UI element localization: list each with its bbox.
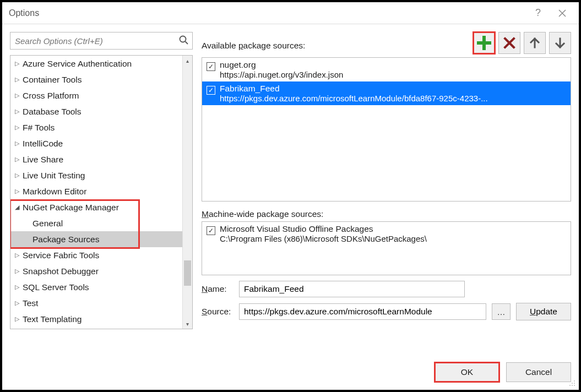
available-sources-list[interactable]: ✓ nuget.org https://api.nuget.org/v3/ind… xyxy=(202,57,571,202)
source-row-nuget-org[interactable]: ✓ nuget.org https://api.nuget.org/v3/ind… xyxy=(202,58,571,81)
search-icon xyxy=(178,35,189,47)
move-up-button[interactable] xyxy=(524,32,546,54)
source-url: https://api.nuget.org/v3/index.json xyxy=(220,70,567,79)
options-tree-container: ▷Azure Service Authentication ▷Container… xyxy=(10,55,193,329)
source-name: nuget.org xyxy=(220,60,567,70)
tree-item-text-templating[interactable]: ▷Text Templating xyxy=(10,311,182,327)
expand-icon: ▷ xyxy=(13,108,21,115)
down-icon xyxy=(554,37,566,49)
tree-item-database-tools[interactable]: ▷Database Tools xyxy=(10,104,182,119)
source-checkbox[interactable]: ✓ xyxy=(207,226,215,235)
scroll-down-icon[interactable]: ▾ xyxy=(183,319,192,329)
svg-point-5 xyxy=(572,385,573,386)
search-input[interactable] xyxy=(10,32,193,50)
delete-icon xyxy=(502,36,517,50)
source-label: Source: xyxy=(202,307,234,317)
expand-icon: ▷ xyxy=(13,300,21,307)
svg-point-0 xyxy=(180,36,186,42)
expand-icon: ▷ xyxy=(13,315,21,323)
expand-icon: ▷ xyxy=(13,76,21,83)
expand-icon: ▷ xyxy=(13,124,21,131)
move-down-button[interactable] xyxy=(549,32,571,54)
source-input[interactable] xyxy=(239,303,486,320)
expand-icon: ▷ xyxy=(13,284,21,291)
source-row-vs-offline[interactable]: ✓ Microsoft Visual Studio Offline Packag… xyxy=(202,222,571,246)
expand-icon: ▷ xyxy=(13,252,21,259)
source-name: Microsoft Visual Studio Offline Packages xyxy=(220,224,567,234)
svg-point-6 xyxy=(574,385,575,386)
tree-item-azure-service-authentication[interactable]: ▷Azure Service Authentication xyxy=(10,56,182,72)
svg-point-1 xyxy=(574,380,575,382)
expand-icon: ▷ xyxy=(13,188,21,195)
options-tree[interactable]: ▷Azure Service Authentication ▷Container… xyxy=(10,56,182,329)
tree-item-fsharp-tools[interactable]: ▷F# Tools xyxy=(10,119,182,135)
available-sources-label: Available package sources: xyxy=(202,32,473,51)
tree-item-snapshot-debugger[interactable]: ▷Snapshot Debugger xyxy=(10,263,182,279)
add-source-button[interactable] xyxy=(473,32,495,54)
collapse-icon: ◢ xyxy=(13,204,21,211)
tree-item-sql-server-tools[interactable]: ▷SQL Server Tools xyxy=(10,279,182,295)
name-input[interactable] xyxy=(239,281,465,297)
tree-item-intellicode[interactable]: ▷IntelliCode xyxy=(10,135,182,151)
svg-point-2 xyxy=(572,383,573,384)
source-checkbox[interactable]: ✓ xyxy=(207,86,215,95)
search-options xyxy=(10,32,193,50)
up-icon xyxy=(529,37,541,49)
close-button[interactable] xyxy=(550,3,574,24)
titlebar: Options ? xyxy=(2,2,579,24)
machine-wide-sources-list[interactable]: ✓ Microsoft Visual Studio Offline Packag… xyxy=(202,221,571,275)
expand-icon: ▷ xyxy=(13,268,21,275)
tree-scrollbar[interactable]: ▴ ▾ xyxy=(182,56,192,329)
source-url: https://pkgs.dev.azure.com/microsoftLear… xyxy=(220,94,567,103)
svg-point-4 xyxy=(569,385,571,386)
tree-item-nuget-package-manager[interactable]: ◢NuGet Package Manager xyxy=(10,199,182,215)
expand-icon: ▷ xyxy=(13,140,21,147)
machine-wide-sources-label: Machine-wide package sources: xyxy=(202,209,571,219)
name-label: Name: xyxy=(202,284,234,294)
remove-source-button[interactable] xyxy=(498,32,520,54)
tree-item-container-tools[interactable]: ▷Container Tools xyxy=(10,72,182,88)
svg-point-3 xyxy=(574,383,575,384)
scroll-up-icon[interactable]: ▴ xyxy=(183,56,192,66)
source-row-fabrikam-feed[interactable]: ✓ Fabrikam_Feed https://pkgs.dev.azure.c… xyxy=(202,81,571,105)
expand-icon: ▷ xyxy=(13,60,21,67)
tree-item-cross-platform[interactable]: ▷Cross Platform xyxy=(10,88,182,104)
ok-button[interactable]: OK xyxy=(435,362,499,382)
ellipsis-icon: … xyxy=(497,307,506,317)
tree-item-service-fabric-tools[interactable]: ▷Service Fabric Tools xyxy=(10,247,182,263)
cancel-button[interactable]: Cancel xyxy=(506,362,571,382)
add-icon xyxy=(477,36,491,50)
tree-item-live-unit-testing[interactable]: ▷Live Unit Testing xyxy=(10,167,182,183)
scroll-thumb[interactable] xyxy=(184,260,191,286)
tree-item-web-forms-designer[interactable]: ▷Web Forms Designer xyxy=(10,327,182,329)
tree-item-nuget-package-sources[interactable]: Package Sources xyxy=(10,231,182,247)
source-url: C:\Program Files (x86)\Microsoft SDKs\Nu… xyxy=(220,234,567,243)
update-button[interactable]: Update xyxy=(516,303,571,320)
browse-button[interactable]: … xyxy=(492,303,511,320)
options-dialog: Options ? ▷Azure Service Authentication … xyxy=(0,0,581,392)
window-title: Options xyxy=(7,8,526,18)
tree-item-nuget-general[interactable]: General xyxy=(10,215,182,231)
expand-icon: ▷ xyxy=(13,156,21,163)
tree-item-test[interactable]: ▷Test xyxy=(10,295,182,311)
source-name: Fabrikam_Feed xyxy=(220,84,567,94)
tree-item-markdown-editor[interactable]: ▷Markdown Editor xyxy=(10,183,182,199)
expand-icon: ▷ xyxy=(13,92,21,99)
source-checkbox[interactable]: ✓ xyxy=(207,62,215,71)
tree-item-live-share[interactable]: ▷Live Share xyxy=(10,151,182,167)
expand-icon: ▷ xyxy=(13,172,21,179)
help-button[interactable]: ? xyxy=(526,3,550,24)
resize-grip-icon[interactable] xyxy=(568,379,575,386)
